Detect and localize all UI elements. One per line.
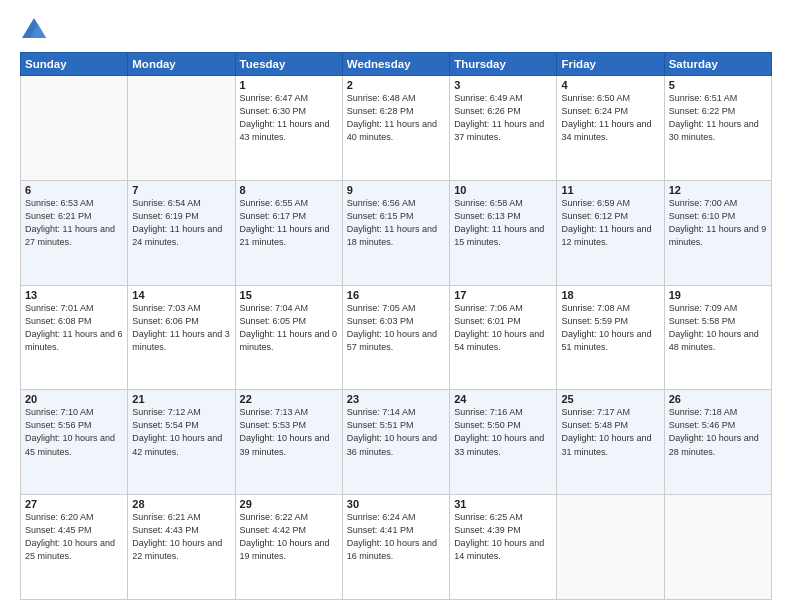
calendar-cell: 22Sunrise: 7:13 AMSunset: 5:53 PMDayligh… <box>235 390 342 495</box>
day-number: 23 <box>347 393 445 405</box>
day-info: Sunrise: 7:16 AMSunset: 5:50 PMDaylight:… <box>454 406 552 458</box>
day-number: 28 <box>132 498 230 510</box>
calendar-cell: 6Sunrise: 6:53 AMSunset: 6:21 PMDaylight… <box>21 180 128 285</box>
day-number: 20 <box>25 393 123 405</box>
calendar-cell: 19Sunrise: 7:09 AMSunset: 5:58 PMDayligh… <box>664 285 771 390</box>
calendar-cell: 18Sunrise: 7:08 AMSunset: 5:59 PMDayligh… <box>557 285 664 390</box>
day-number: 2 <box>347 79 445 91</box>
calendar-week-row: 1Sunrise: 6:47 AMSunset: 6:30 PMDaylight… <box>21 76 772 181</box>
calendar-cell: 23Sunrise: 7:14 AMSunset: 5:51 PMDayligh… <box>342 390 449 495</box>
calendar-cell: 26Sunrise: 7:18 AMSunset: 5:46 PMDayligh… <box>664 390 771 495</box>
calendar-cell: 9Sunrise: 6:56 AMSunset: 6:15 PMDaylight… <box>342 180 449 285</box>
calendar-cell: 21Sunrise: 7:12 AMSunset: 5:54 PMDayligh… <box>128 390 235 495</box>
calendar-cell: 11Sunrise: 6:59 AMSunset: 6:12 PMDayligh… <box>557 180 664 285</box>
calendar-cell: 12Sunrise: 7:00 AMSunset: 6:10 PMDayligh… <box>664 180 771 285</box>
day-info: Sunrise: 7:05 AMSunset: 6:03 PMDaylight:… <box>347 302 445 354</box>
day-info: Sunrise: 6:54 AMSunset: 6:19 PMDaylight:… <box>132 197 230 249</box>
day-info: Sunrise: 7:01 AMSunset: 6:08 PMDaylight:… <box>25 302 123 354</box>
day-number: 26 <box>669 393 767 405</box>
calendar-header-row: SundayMondayTuesdayWednesdayThursdayFrid… <box>21 53 772 76</box>
day-number: 30 <box>347 498 445 510</box>
day-number: 5 <box>669 79 767 91</box>
day-info: Sunrise: 6:47 AMSunset: 6:30 PMDaylight:… <box>240 92 338 144</box>
day-number: 25 <box>561 393 659 405</box>
day-number: 8 <box>240 184 338 196</box>
day-number: 14 <box>132 289 230 301</box>
day-info: Sunrise: 7:18 AMSunset: 5:46 PMDaylight:… <box>669 406 767 458</box>
day-number: 7 <box>132 184 230 196</box>
calendar-cell: 3Sunrise: 6:49 AMSunset: 6:26 PMDaylight… <box>450 76 557 181</box>
day-info: Sunrise: 6:50 AMSunset: 6:24 PMDaylight:… <box>561 92 659 144</box>
calendar-cell: 1Sunrise: 6:47 AMSunset: 6:30 PMDaylight… <box>235 76 342 181</box>
calendar-cell: 17Sunrise: 7:06 AMSunset: 6:01 PMDayligh… <box>450 285 557 390</box>
day-number: 15 <box>240 289 338 301</box>
day-info: Sunrise: 7:12 AMSunset: 5:54 PMDaylight:… <box>132 406 230 458</box>
calendar-cell: 30Sunrise: 6:24 AMSunset: 4:41 PMDayligh… <box>342 495 449 600</box>
day-info: Sunrise: 6:55 AMSunset: 6:17 PMDaylight:… <box>240 197 338 249</box>
logo <box>20 16 52 44</box>
day-info: Sunrise: 7:00 AMSunset: 6:10 PMDaylight:… <box>669 197 767 249</box>
day-number: 24 <box>454 393 552 405</box>
calendar-cell: 16Sunrise: 7:05 AMSunset: 6:03 PMDayligh… <box>342 285 449 390</box>
page: SundayMondayTuesdayWednesdayThursdayFrid… <box>0 0 792 612</box>
calendar-weekday-tuesday: Tuesday <box>235 53 342 76</box>
day-info: Sunrise: 7:17 AMSunset: 5:48 PMDaylight:… <box>561 406 659 458</box>
day-number: 19 <box>669 289 767 301</box>
day-number: 12 <box>669 184 767 196</box>
day-info: Sunrise: 6:51 AMSunset: 6:22 PMDaylight:… <box>669 92 767 144</box>
calendar-cell: 4Sunrise: 6:50 AMSunset: 6:24 PMDaylight… <box>557 76 664 181</box>
calendar-cell: 10Sunrise: 6:58 AMSunset: 6:13 PMDayligh… <box>450 180 557 285</box>
day-info: Sunrise: 6:22 AMSunset: 4:42 PMDaylight:… <box>240 511 338 563</box>
calendar-weekday-sunday: Sunday <box>21 53 128 76</box>
calendar-cell: 28Sunrise: 6:21 AMSunset: 4:43 PMDayligh… <box>128 495 235 600</box>
day-info: Sunrise: 6:53 AMSunset: 6:21 PMDaylight:… <box>25 197 123 249</box>
calendar-cell: 29Sunrise: 6:22 AMSunset: 4:42 PMDayligh… <box>235 495 342 600</box>
day-number: 13 <box>25 289 123 301</box>
calendar-week-row: 20Sunrise: 7:10 AMSunset: 5:56 PMDayligh… <box>21 390 772 495</box>
day-info: Sunrise: 7:04 AMSunset: 6:05 PMDaylight:… <box>240 302 338 354</box>
calendar-cell: 13Sunrise: 7:01 AMSunset: 6:08 PMDayligh… <box>21 285 128 390</box>
calendar-week-row: 13Sunrise: 7:01 AMSunset: 6:08 PMDayligh… <box>21 285 772 390</box>
day-info: Sunrise: 6:25 AMSunset: 4:39 PMDaylight:… <box>454 511 552 563</box>
day-info: Sunrise: 6:21 AMSunset: 4:43 PMDaylight:… <box>132 511 230 563</box>
day-number: 9 <box>347 184 445 196</box>
calendar-cell <box>664 495 771 600</box>
day-info: Sunrise: 7:03 AMSunset: 6:06 PMDaylight:… <box>132 302 230 354</box>
day-number: 4 <box>561 79 659 91</box>
calendar-cell: 25Sunrise: 7:17 AMSunset: 5:48 PMDayligh… <box>557 390 664 495</box>
day-info: Sunrise: 6:48 AMSunset: 6:28 PMDaylight:… <box>347 92 445 144</box>
calendar-cell: 7Sunrise: 6:54 AMSunset: 6:19 PMDaylight… <box>128 180 235 285</box>
calendar-cell: 2Sunrise: 6:48 AMSunset: 6:28 PMDaylight… <box>342 76 449 181</box>
calendar-cell: 31Sunrise: 6:25 AMSunset: 4:39 PMDayligh… <box>450 495 557 600</box>
day-number: 31 <box>454 498 552 510</box>
day-number: 10 <box>454 184 552 196</box>
calendar-cell: 5Sunrise: 6:51 AMSunset: 6:22 PMDaylight… <box>664 76 771 181</box>
calendar-cell <box>21 76 128 181</box>
day-info: Sunrise: 7:08 AMSunset: 5:59 PMDaylight:… <box>561 302 659 354</box>
calendar-cell: 20Sunrise: 7:10 AMSunset: 5:56 PMDayligh… <box>21 390 128 495</box>
logo-icon <box>20 16 48 44</box>
calendar-weekday-saturday: Saturday <box>664 53 771 76</box>
day-number: 22 <box>240 393 338 405</box>
calendar-cell <box>557 495 664 600</box>
calendar-cell: 27Sunrise: 6:20 AMSunset: 4:45 PMDayligh… <box>21 495 128 600</box>
calendar-cell: 8Sunrise: 6:55 AMSunset: 6:17 PMDaylight… <box>235 180 342 285</box>
calendar-week-row: 6Sunrise: 6:53 AMSunset: 6:21 PMDaylight… <box>21 180 772 285</box>
day-info: Sunrise: 7:06 AMSunset: 6:01 PMDaylight:… <box>454 302 552 354</box>
day-info: Sunrise: 7:10 AMSunset: 5:56 PMDaylight:… <box>25 406 123 458</box>
day-number: 27 <box>25 498 123 510</box>
day-number: 3 <box>454 79 552 91</box>
header <box>20 16 772 44</box>
calendar-cell <box>128 76 235 181</box>
calendar-weekday-wednesday: Wednesday <box>342 53 449 76</box>
calendar-table: SundayMondayTuesdayWednesdayThursdayFrid… <box>20 52 772 600</box>
day-info: Sunrise: 6:24 AMSunset: 4:41 PMDaylight:… <box>347 511 445 563</box>
day-number: 29 <box>240 498 338 510</box>
calendar-cell: 14Sunrise: 7:03 AMSunset: 6:06 PMDayligh… <box>128 285 235 390</box>
day-number: 16 <box>347 289 445 301</box>
calendar-weekday-thursday: Thursday <box>450 53 557 76</box>
calendar-cell: 15Sunrise: 7:04 AMSunset: 6:05 PMDayligh… <box>235 285 342 390</box>
day-info: Sunrise: 6:59 AMSunset: 6:12 PMDaylight:… <box>561 197 659 249</box>
day-info: Sunrise: 6:58 AMSunset: 6:13 PMDaylight:… <box>454 197 552 249</box>
day-info: Sunrise: 6:56 AMSunset: 6:15 PMDaylight:… <box>347 197 445 249</box>
